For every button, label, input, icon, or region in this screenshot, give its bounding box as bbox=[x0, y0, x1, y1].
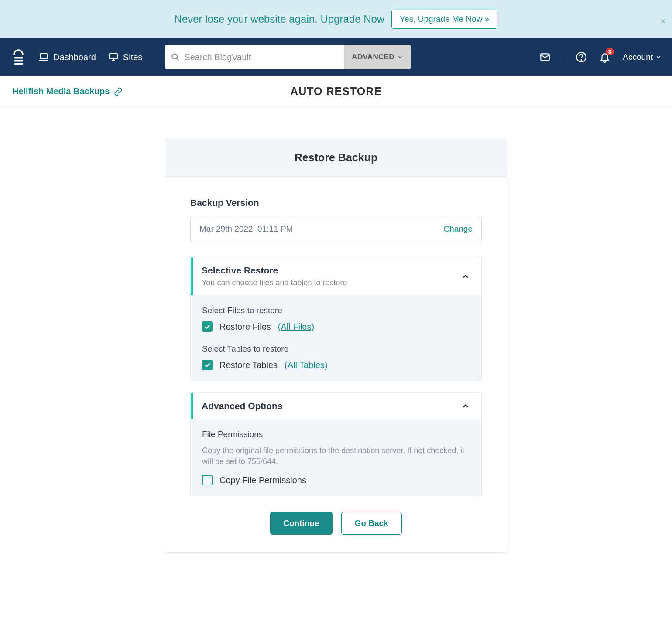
search-input[interactable] bbox=[184, 52, 338, 62]
selective-title: Selective Restore bbox=[202, 265, 347, 276]
restore-files-label: Restore Files bbox=[219, 322, 271, 332]
notifications-icon[interactable]: 8 bbox=[599, 51, 610, 63]
breadcrumb-label: Hellfish Media Backups bbox=[12, 86, 110, 96]
search-icon bbox=[171, 53, 180, 61]
advanced-title: Advanced Options bbox=[202, 401, 283, 411]
nav-dashboard[interactable]: Dashboard bbox=[38, 52, 96, 62]
upgrade-button[interactable]: Yes, Upgrade Me Now » bbox=[391, 10, 497, 29]
svg-point-11 bbox=[172, 54, 178, 59]
restore-tables-checkbox[interactable] bbox=[202, 360, 213, 370]
selective-restore-header[interactable]: Selective Restore You can choose files a… bbox=[191, 257, 481, 295]
advanced-label: ADVANCED bbox=[352, 53, 394, 61]
select-files-label: Select Files to restore bbox=[202, 306, 470, 315]
chevron-down-icon bbox=[655, 54, 662, 60]
restore-card: Restore Backup Backup Version Mar 29th 2… bbox=[165, 139, 507, 553]
link-icon bbox=[114, 87, 123, 96]
all-tables-link[interactable]: (All Tables) bbox=[285, 360, 328, 370]
svg-rect-8 bbox=[110, 54, 117, 59]
mail-icon[interactable] bbox=[539, 51, 551, 63]
notification-badge: 8 bbox=[606, 48, 614, 55]
nav-divider bbox=[563, 51, 563, 64]
backup-version-label: Backup Version bbox=[190, 198, 482, 208]
backup-version-value: Mar 29th 2022, 01:11 PM bbox=[199, 224, 293, 234]
restore-tables-label: Restore Tables bbox=[219, 360, 278, 370]
account-menu[interactable]: Account bbox=[623, 52, 662, 62]
selective-subtitle: You can choose files and tables to resto… bbox=[202, 278, 347, 287]
help-icon[interactable] bbox=[576, 51, 587, 63]
svg-point-3 bbox=[14, 57, 15, 58]
chevron-up-icon bbox=[461, 272, 470, 281]
go-back-button[interactable]: Go Back bbox=[341, 512, 402, 535]
nav-sites[interactable]: Sites bbox=[108, 52, 142, 62]
svg-line-12 bbox=[177, 58, 179, 61]
continue-button[interactable]: Continue bbox=[270, 512, 332, 535]
close-icon[interactable]: × bbox=[660, 17, 666, 26]
laptop-icon bbox=[38, 52, 49, 62]
chevron-up-icon bbox=[461, 402, 470, 410]
breadcrumb[interactable]: Hellfish Media Backups bbox=[12, 86, 123, 96]
monitor-icon bbox=[108, 52, 119, 62]
chevron-down-icon bbox=[397, 54, 403, 60]
logo-icon[interactable] bbox=[10, 49, 26, 65]
nav-dashboard-label: Dashboard bbox=[53, 52, 96, 62]
top-nav: Dashboard Sites ADVANCED bbox=[0, 38, 672, 76]
svg-rect-6 bbox=[40, 54, 47, 59]
all-files-link[interactable]: (All Files) bbox=[278, 322, 314, 332]
advanced-options-panel: Advanced Options File Permissions Copy t… bbox=[190, 392, 482, 496]
backup-version-box: Mar 29th 2022, 01:11 PM Change bbox=[190, 217, 482, 241]
svg-rect-2 bbox=[14, 63, 23, 65]
svg-point-4 bbox=[14, 60, 15, 61]
card-title: Restore Backup bbox=[165, 139, 507, 177]
file-permissions-title: File Permissions bbox=[202, 430, 470, 439]
svg-point-5 bbox=[14, 63, 15, 65]
copy-permissions-label: Copy File Permissions bbox=[219, 475, 306, 485]
advanced-search-button[interactable]: ADVANCED bbox=[344, 45, 411, 69]
subheader: Hellfish Media Backups AUTO RESTORE bbox=[0, 76, 672, 107]
change-version-link[interactable]: Change bbox=[443, 224, 473, 234]
nav-sites-label: Sites bbox=[123, 52, 142, 62]
restore-files-checkbox[interactable] bbox=[202, 321, 213, 332]
svg-point-15 bbox=[581, 60, 582, 60]
file-permissions-desc: Copy the original file permissions to th… bbox=[202, 445, 470, 467]
promo-banner: Never lose your website again. Upgrade N… bbox=[0, 0, 672, 38]
advanced-options-header[interactable]: Advanced Options bbox=[191, 393, 481, 419]
selective-restore-panel: Selective Restore You can choose files a… bbox=[190, 257, 482, 381]
page-title: AUTO RESTORE bbox=[290, 85, 382, 98]
search-wrap: ADVANCED bbox=[165, 45, 411, 69]
copy-permissions-checkbox[interactable] bbox=[202, 475, 213, 485]
svg-rect-1 bbox=[14, 60, 23, 62]
account-label: Account bbox=[623, 52, 653, 62]
svg-rect-0 bbox=[14, 57, 23, 59]
promo-text: Never lose your website again. Upgrade N… bbox=[175, 13, 385, 25]
select-tables-label: Select Tables to restore bbox=[202, 344, 470, 354]
search-box[interactable] bbox=[165, 45, 344, 69]
